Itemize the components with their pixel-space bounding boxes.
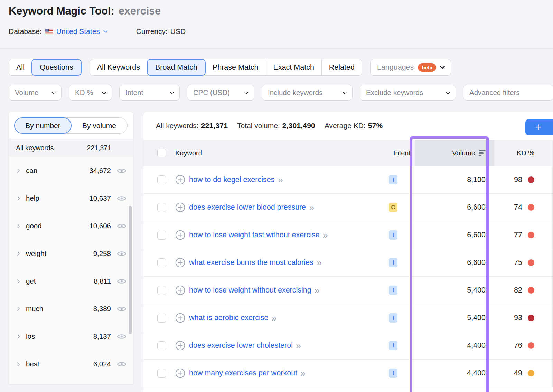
select-all-checkbox[interactable]: [157, 149, 166, 157]
keyword-group-item[interactable]: los 8,137: [9, 323, 133, 350]
eye-icon[interactable]: [116, 333, 127, 340]
chevron-down-icon: [440, 64, 445, 69]
sort-mode-option[interactable]: By volume: [71, 118, 127, 133]
keyword-group-item[interactable]: best 6,024: [9, 350, 133, 378]
row-checkbox[interactable]: [157, 203, 166, 212]
expand-keyword-icon[interactable]: »: [323, 232, 327, 239]
sidebar-scrollbar[interactable]: [129, 206, 132, 334]
match-type-tab[interactable]: Phrase Match: [205, 59, 266, 75]
row-checkbox[interactable]: [157, 341, 166, 350]
keyword-group-item[interactable]: much 8,389: [9, 295, 133, 323]
add-keyword-icon[interactable]: [175, 258, 185, 268]
keyword-link[interactable]: does exercise lower cholesterol: [189, 341, 293, 350]
database-value: United States: [56, 27, 100, 36]
expand-keyword-icon[interactable]: »: [300, 370, 304, 377]
add-keyword-icon[interactable]: [175, 368, 185, 378]
intent-badge[interactable]: C: [389, 203, 397, 212]
group-count: 8,389: [93, 305, 111, 313]
eye-icon[interactable]: [116, 306, 127, 312]
keyword-group-item[interactable]: good 10,606: [9, 212, 133, 240]
add-keyword-icon[interactable]: [175, 230, 185, 240]
filter-dropdown[interactable]: Exclude keywords: [360, 85, 456, 101]
chevron-down-icon: [103, 28, 108, 33]
group-count: 8,811: [94, 277, 111, 285]
intent-badge[interactable]: I: [389, 230, 397, 240]
kd-difficulty-dot: [528, 370, 534, 376]
sort-desc-icon[interactable]: [479, 150, 486, 156]
expand-keyword-icon[interactable]: »: [271, 315, 275, 322]
row-checkbox[interactable]: [157, 231, 166, 240]
keyword-link[interactable]: how to do kegel exercises: [189, 175, 274, 184]
volume-value: 6,600: [467, 258, 486, 267]
add-keyword-icon[interactable]: [175, 313, 185, 323]
match-type-tab[interactable]: All: [9, 59, 32, 75]
summary-all-keywords: All keywords:221,371: [156, 122, 228, 130]
eye-icon[interactable]: [116, 278, 127, 285]
intent-badge[interactable]: I: [389, 286, 397, 295]
match-type-tab[interactable]: Related: [321, 59, 362, 75]
expand-keyword-icon[interactable]: »: [317, 259, 321, 266]
expand-keyword-icon[interactable]: »: [309, 204, 313, 211]
keyword-link[interactable]: how to lose weight without exercising: [189, 286, 311, 295]
intent-badge[interactable]: I: [389, 313, 397, 323]
expand-keyword-icon[interactable]: »: [296, 342, 300, 349]
kd-difficulty-dot: [528, 342, 534, 349]
row-checkbox[interactable]: [157, 314, 166, 323]
row-checkbox[interactable]: [157, 258, 166, 267]
column-intent[interactable]: Intent: [393, 149, 411, 157]
intent-badge[interactable]: I: [389, 175, 397, 184]
keyword-link[interactable]: what is aerobic exercise: [189, 314, 268, 322]
kd-difficulty-dot: [528, 259, 534, 266]
all-keywords-row[interactable]: All keywords 221,371: [9, 139, 133, 157]
match-type-tab[interactable]: Questions: [31, 59, 82, 76]
intent-badge[interactable]: I: [389, 369, 397, 378]
match-type-tab[interactable]: All Keywords: [90, 59, 147, 75]
column-volume[interactable]: Volume: [452, 149, 475, 157]
table-row: how to lose weight without exercising » …: [143, 277, 553, 304]
filter-dropdown[interactable]: Volume: [9, 85, 62, 101]
row-checkbox[interactable]: [157, 175, 166, 184]
filter-dropdown[interactable]: Include keywords: [262, 85, 353, 101]
add-keyword-icon[interactable]: [175, 285, 185, 295]
group-label: much: [26, 305, 93, 313]
table-row: how to do kegel exercises » I 8,100 98: [143, 166, 553, 194]
match-type-tab[interactable]: Broad Match: [147, 59, 206, 76]
expand-keyword-icon[interactable]: »: [315, 287, 319, 294]
eye-icon[interactable]: [116, 195, 127, 202]
column-kd[interactable]: KD %: [517, 149, 534, 157]
eye-icon[interactable]: [116, 361, 127, 367]
eye-icon[interactable]: [116, 223, 127, 229]
add-keyword-icon[interactable]: [175, 175, 185, 185]
filter-dropdown[interactable]: KD %: [69, 85, 112, 101]
keyword-link[interactable]: what exercise burns the most calories: [189, 258, 313, 267]
eye-icon[interactable]: [116, 250, 127, 257]
row-checkbox[interactable]: [157, 286, 166, 295]
keyword-link[interactable]: does exercise lower blood pressure: [189, 203, 306, 212]
intent-badge[interactable]: I: [389, 341, 397, 350]
kd-value: 76: [514, 341, 522, 350]
column-keyword[interactable]: Keyword: [175, 149, 202, 157]
languages-dropdown[interactable]: Languages beta: [370, 59, 451, 76]
match-type-tab[interactable]: Exact Match: [266, 59, 321, 75]
expand-keyword-icon[interactable]: »: [278, 176, 282, 183]
keyword-group-item[interactable]: get 8,811: [9, 267, 133, 295]
add-keyword-icon[interactable]: [175, 202, 185, 212]
sort-mode-option[interactable]: By number: [14, 117, 72, 134]
database-selector[interactable]: United States: [42, 27, 107, 36]
keyword-group-item[interactable]: weight 9,258: [9, 240, 133, 267]
keyword-group-item[interactable]: help 10,637: [9, 184, 133, 212]
keyword-link[interactable]: how to lose weight fast without exercise: [189, 231, 320, 239]
eye-icon[interactable]: [116, 168, 127, 174]
group-count: 9,258: [93, 249, 111, 258]
intent-badge[interactable]: I: [389, 258, 397, 267]
add-keyword-icon[interactable]: [175, 341, 185, 351]
filter-dropdown[interactable]: CPC (USD): [187, 85, 254, 101]
add-to-list-button[interactable]: +: [525, 119, 553, 135]
kd-value: 49: [514, 369, 522, 377]
row-checkbox[interactable]: [157, 369, 166, 378]
keyword-group-item[interactable]: can 34,672: [9, 157, 133, 184]
search-query: exercise: [119, 5, 161, 17]
filter-dropdown[interactable]: Intent: [119, 85, 180, 101]
keyword-link[interactable]: how many exercises per workout: [189, 369, 297, 377]
filter-dropdown[interactable]: Advanced filters: [463, 85, 553, 101]
